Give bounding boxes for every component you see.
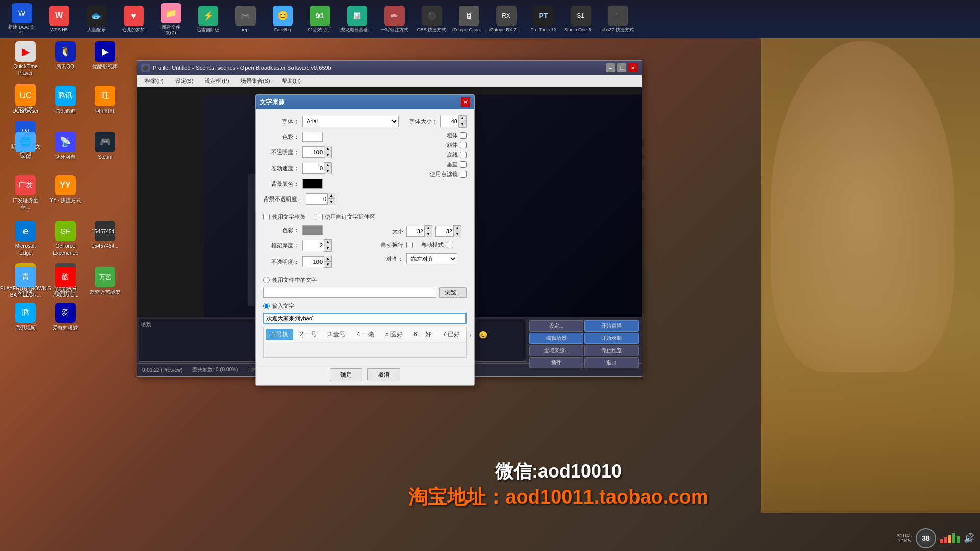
ime-candidate-6[interactable]: 6 一好 <box>409 329 436 340</box>
opacity-input[interactable] <box>302 146 324 158</box>
ime-candidate-5[interactable]: 5 医好 <box>380 329 408 340</box>
ime-candidate-2[interactable]: 2 一号 <box>295 329 322 340</box>
desktop-icon-youku[interactable]: ▶ 优酷影视库 <box>87 40 123 78</box>
desktop-icon-network[interactable]: 🌐 网络 <box>8 130 43 162</box>
use-text-frame-checkbox[interactable] <box>263 214 270 220</box>
underline-checkbox[interactable] <box>460 152 467 158</box>
font-size-down[interactable]: ▼ <box>459 121 466 127</box>
desktop-icon-quicktime[interactable]: ▶ QuickTimePlayer <box>8 40 43 78</box>
size-w-up[interactable]: ▲ <box>425 226 432 231</box>
bgcolor-picker[interactable] <box>302 179 323 189</box>
font-select[interactable]: Arial <box>302 116 399 127</box>
obs-btn-global-sources[interactable]: 全域来源... <box>529 345 583 356</box>
obs-btn-edit-scene[interactable]: 编辑场景 <box>529 333 583 344</box>
obs-maximize-btn[interactable]: □ <box>617 63 626 72</box>
ime-candidate-3[interactable]: 3 壹号 <box>323 329 351 340</box>
ime-emoji-btn[interactable]: 😊 <box>476 329 491 340</box>
obs-menu-settings2[interactable]: 设定框(P) <box>200 76 234 86</box>
taskbar-icon-doc[interactable]: W 新建 DOC 文件 <box>5 3 38 36</box>
font-size-up[interactable]: ▲ <box>459 116 466 121</box>
file-path-input[interactable] <box>263 287 436 298</box>
desktop-icon-steam[interactable]: 🎮 Steam <box>87 130 123 162</box>
desktop-icon-edge[interactable]: e MicrosoftEdge <box>8 219 43 258</box>
frame-thickness-down[interactable]: ▼ <box>324 245 331 251</box>
taskbar-icon-izotope-rx[interactable]: RX iZotope RX 7 Audio E... <box>489 6 523 33</box>
taskbar-icon-yixie[interactable]: ✏ 一写标注方式 <box>378 6 411 33</box>
desktop-icon-15454[interactable]: 15457454... 15457454... <box>87 219 123 258</box>
frame-opacity-down[interactable]: ▼ <box>324 262 331 267</box>
desktop-icon-bluetooth[interactable]: 📡 蓝牙网盘 <box>47 130 83 162</box>
obs-btn-start-record[interactable]: 开始录制 <box>584 333 639 344</box>
color-picker[interactable] <box>302 132 323 142</box>
ime-candidate-7[interactable]: 7 已好 <box>437 329 465 340</box>
taskbar-icon-music[interactable]: 🐟 大鱼配乐 <box>80 6 113 33</box>
bgopacity-down[interactable]: ▼ <box>328 199 335 205</box>
ime-candidate-4[interactable]: 4 一毫 <box>352 329 379 340</box>
desktop-icon-yy[interactable]: YY YY · 快捷方式 <box>47 173 83 212</box>
tray-speaker-icon[interactable]: 🔊 <box>964 533 975 544</box>
dialog-ok-btn[interactable]: 确定 <box>330 368 362 381</box>
taskbar-icon-obs[interactable]: ⚫ OBS·快捷方式 <box>415 6 448 33</box>
taskbar-icon-protools[interactable]: PT Pro Tools 12 <box>527 6 560 33</box>
ime-candidate-1[interactable]: 1 号机 <box>266 329 293 340</box>
size-w-down[interactable]: ▼ <box>425 231 432 237</box>
taskbar-icon-hualong[interactable]: 📊 虎龙电器基础查询表 <box>340 6 374 33</box>
size-h-input[interactable] <box>435 226 453 237</box>
taskbar-icon-wps[interactable]: W WPS H5 <box>42 6 76 33</box>
obs-menu-help[interactable]: 帮助(H) <box>277 76 306 86</box>
antialiasing-checkbox[interactable] <box>460 171 467 178</box>
bgopacity-input[interactable] <box>306 193 327 205</box>
desktop-icon-aiqiyi[interactable]: 爱 爱奇艺极速 <box>47 301 83 333</box>
input-text-radio[interactable] <box>263 303 270 309</box>
taskbar-icon-91audio[interactable]: 91 91音效助手 <box>303 6 336 33</box>
dialog-close-btn[interactable]: ✕ <box>461 97 470 107</box>
desktop-icon-tengxun-video[interactable]: 腾 腾讯视频 <box>8 301 43 333</box>
obs-btn-plugin[interactable]: 插件 <box>529 357 583 368</box>
vertical-checkbox[interactable] <box>460 161 467 168</box>
italic-checkbox[interactable] <box>460 142 467 148</box>
bold-checkbox[interactable] <box>460 132 467 139</box>
obs-close-btn[interactable]: ✕ <box>628 63 638 72</box>
taskbar-icon-obs32[interactable]: ⚫ obs32·快捷方式 <box>601 6 634 33</box>
font-size-input[interactable] <box>440 116 458 127</box>
desktop-icon-kuwo[interactable]: 酷 酷狗音乐 <box>47 265 83 297</box>
desktop-icon-qingyun[interactable]: 青 爱游务 <box>8 265 43 297</box>
frame-opacity-up[interactable]: ▲ <box>324 256 331 262</box>
ime-more-btn[interactable]: › <box>466 329 475 340</box>
taskbar-icon-facerig[interactable]: 😊 FaceRig <box>266 6 299 33</box>
obs-menu-settings[interactable]: 设定(S) <box>170 76 199 86</box>
obs-minimize-btn[interactable]: – <box>606 63 615 72</box>
size-h-down[interactable]: ▼ <box>454 231 461 237</box>
obs-btn-quit[interactable]: 退出 <box>584 357 639 368</box>
opacity-up[interactable]: ▲ <box>324 146 331 152</box>
desktop-icon-geforce[interactable]: GF GeForceExperience <box>47 219 83 258</box>
custom-text-checkbox[interactable] <box>316 214 323 220</box>
align-select[interactable]: 靠左对齐 <box>406 253 457 264</box>
browse-btn[interactable]: 浏览... <box>439 287 467 298</box>
desktop-icon-guangfa[interactable]: 广发 广发证券至至... <box>8 173 43 212</box>
use-file-radio[interactable] <box>263 277 270 283</box>
obs-menu-scenes[interactable]: 场景集合(S) <box>235 76 276 86</box>
desktop-icon-qq[interactable]: 🐧 腾讯QQ <box>47 40 83 78</box>
auto-newline-checkbox[interactable] <box>406 242 413 248</box>
taskbar-icon-izotope-ozone[interactable]: 🎛 iZotope Ozone 8... <box>452 6 485 33</box>
desktop-icon-wanyi[interactable]: 万艺 差奇万艺能架 <box>87 265 123 297</box>
scroll-mode-checkbox[interactable] <box>447 242 453 248</box>
taskbar-icon-xunlei[interactable]: ⚡ 迅雷国际版 <box>191 6 225 33</box>
taskbar-icon-folder[interactable]: 📁 新建文件夹(2) <box>154 3 187 36</box>
input-text-field[interactable]: 欢迎大家来到yhao] <box>263 313 467 324</box>
frame-thickness-up[interactable]: ▲ <box>324 240 331 245</box>
opacity-down[interactable]: ▼ <box>324 152 331 158</box>
bgopacity-up[interactable]: ▲ <box>328 193 335 199</box>
desktop-icon-tencent-tv[interactable]: 腾讯 腾讯追追 <box>47 84 83 116</box>
obs-menu-profile[interactable]: 档案(P) <box>140 76 169 86</box>
scroll-down[interactable]: ▼ <box>324 168 331 174</box>
taskbar-icon-heart[interactable]: ♥ 心儿的罗加 <box>117 6 150 33</box>
frame-opacity-input[interactable] <box>302 256 324 267</box>
obs-btn-settings[interactable]: 设定... <box>529 320 583 332</box>
obs-btn-stop-preview[interactable]: 停止预览 <box>584 345 639 356</box>
desktop-icon-alipay[interactable]: 旺 阿里旺旺 <box>87 84 123 116</box>
desktop-icon-ucbrowser[interactable]: UC UCBrowser <box>8 84 43 116</box>
obs-btn-start-live[interactable]: 开始直播 <box>584 320 639 332</box>
size-w-input[interactable] <box>406 226 424 237</box>
